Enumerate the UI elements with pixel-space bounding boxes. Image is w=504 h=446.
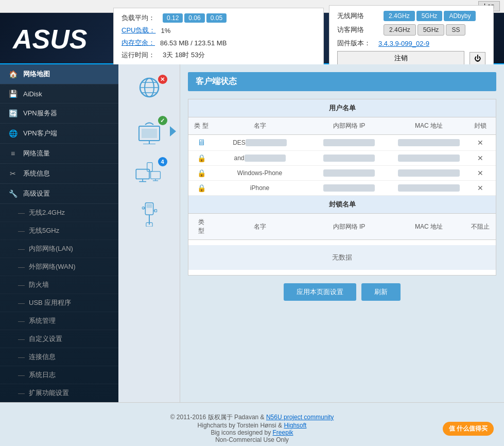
memory-value: 86.53 MB / 123.51 MB — [160, 39, 227, 47]
row3-name: Windows-Phone — [212, 169, 308, 177]
aidisk-icon: 💾 — [8, 90, 18, 98]
dash-icon: — — [18, 299, 25, 307]
row1-name: DES — [212, 139, 308, 146]
row3-block-btn[interactable]: ✕ — [467, 169, 493, 177]
table-row: 🔒 Windows-Phone ✕ — [188, 166, 496, 181]
firmware-value[interactable]: 3.4.3.9-099_02-9 — [378, 40, 429, 47]
load-avg-row: 负载平均： 0.12 0.06 0.05 — [121, 13, 316, 23]
monitor-icon: 🖥 — [197, 138, 205, 147]
row1-type: 🖥 — [191, 138, 212, 147]
row2-block-btn[interactable]: ✕ — [467, 154, 493, 162]
sidebar-sub-firewall[interactable]: — 防火墙 — [0, 276, 118, 294]
icon-panel: ✕ ✓ — [118, 64, 180, 402]
row3-ip-blurred — [323, 169, 375, 177]
sidebar-sub-sysmgmt[interactable]: — 系统管理 — [0, 312, 118, 330]
row4-mac-blurred — [398, 184, 460, 192]
wireless-icon-item[interactable]: ✓ — [129, 116, 170, 147]
memory-label[interactable]: 内存空余： — [121, 38, 155, 47]
sidebar-item-advanced[interactable]: 🔧 高级设置 — [0, 184, 118, 204]
freepik-link[interactable]: Freepik — [273, 429, 293, 436]
svg-point-17 — [149, 169, 150, 170]
col-name-header2: 名字 — [212, 222, 308, 231]
guest-24ghz-btn[interactable]: 2.4GHz — [384, 24, 416, 36]
footer-buttons: 应用本页面设置 刷新 — [188, 276, 496, 308]
sidebar-sub-lan[interactable]: — 内部网络(LAN) — [0, 240, 118, 258]
sidebar-sub-wireless24[interactable]: — 无线2.4GHz — [0, 204, 118, 222]
bottom-footer: © 2011-2016 版权属于 Padavan & N56U project … — [0, 402, 504, 446]
wireless-adbyby-btn[interactable]: ADbyby — [444, 11, 476, 21]
sidebar-vpn-client-label: VPN客户端 — [23, 129, 57, 138]
user-list-header: 用户名单 — [188, 99, 496, 117]
row4-ip — [308, 184, 390, 192]
sub-lan-label: 内部网络(LAN) — [29, 244, 73, 253]
sidebar-advanced-label: 高级设置 — [23, 189, 50, 198]
sidebar-item-home[interactable]: 🏠 网络地图 — [0, 64, 118, 84]
internet-icon-item[interactable]: ✕ — [129, 75, 170, 106]
firmware-row: 固件版本： 3.4.3.9-099_02-9 — [337, 39, 485, 48]
sidebar-sub-wan[interactable]: — 外部网络(WAN) — [0, 258, 118, 276]
sub-wireless5-label: 无线5GHz — [29, 226, 59, 235]
wireless-badge: ✓ — [158, 116, 167, 125]
cancel-button[interactable]: 注销 — [337, 51, 464, 65]
highsoft-link[interactable]: Highsoft — [284, 422, 306, 429]
advanced-icon: 🔧 — [8, 190, 18, 198]
sidebar-item-traffic[interactable]: ≡ 网络流量 — [0, 144, 118, 164]
n56u-link[interactable]: N56U project community — [266, 414, 334, 421]
row1-block-btn[interactable]: ✕ — [467, 139, 493, 147]
devices-icon-item[interactable]: 4 — [129, 157, 170, 188]
sub-wireless24-label: 无线2.4GHz — [29, 208, 65, 217]
no-data: 无数据 — [188, 245, 496, 270]
row2-type: 🔒 — [191, 154, 212, 162]
sysinfo-icon: ✂ — [8, 169, 18, 178]
stats-left: 负载平均： 0.12 0.06 0.05 CPU负载： 1% 内存空余： 86.… — [113, 8, 324, 68]
row3-type: 🔒 — [191, 169, 212, 177]
sidebar-sub-custom[interactable]: — 自定义设置 — [0, 330, 118, 348]
row4-mac — [390, 184, 467, 192]
usb-icon-item[interactable] — [129, 198, 170, 229]
wireless-5ghz-btn[interactable]: 5GHz — [416, 11, 443, 21]
sub-custom-label: 自定义设置 — [29, 334, 62, 344]
refresh-button[interactable]: 刷新 — [361, 283, 401, 301]
sidebar-sub-wireless5[interactable]: — 无线5GHz — [0, 222, 118, 240]
watermark: 值 什么值得买 — [443, 422, 494, 436]
apply-button[interactable]: 应用本页面设置 — [284, 283, 356, 301]
devices-badge: 4 — [158, 157, 167, 166]
sidebar-item-sysinfo[interactable]: ✂ 系统信息 — [0, 164, 118, 184]
sidebar-sub-extend[interactable]: — 扩展功能设置 — [0, 384, 118, 402]
row4-block-btn[interactable]: ✕ — [467, 184, 493, 192]
wireless-24ghz-btn[interactable]: 2.4GHz — [384, 11, 415, 21]
sidebar-sub-usb[interactable]: — USB 应用程序 — [0, 294, 118, 312]
sidebar-item-vpn-server[interactable]: 🔄 VPN服务器 — [0, 104, 118, 124]
sidebar-sub-syslog[interactable]: — 系统日志 — [0, 366, 118, 384]
sidebar-item-aidisk[interactable]: 💾 AiDisk — [0, 84, 118, 104]
load-avg-label: 负载平均： — [121, 13, 163, 23]
footer-line4: Non-Commercial Use Only — [10, 436, 494, 443]
highcharts-text: Highcharts by Torstein Hønsi & — [198, 422, 283, 429]
load-badge-2: 0.06 — [184, 13, 204, 23]
cpu-label[interactable]: CPU负载： — [121, 26, 155, 35]
vpn-server-icon: 🔄 — [8, 109, 18, 117]
dash-icon: — — [18, 317, 25, 325]
copyright-text: © 2011-2016 版权属于 Padavan & — [170, 414, 265, 421]
uptime-row: 运行时间： 3天 18时 53分 — [121, 50, 316, 60]
row2-ip — [308, 155, 390, 162]
sub-conninfo-label: 连接信息 — [29, 352, 56, 362]
dash-icon: — — [18, 263, 25, 271]
row4-ip-blurred — [323, 184, 375, 192]
power-button[interactable]: ⏻ — [470, 52, 485, 65]
col-type-header: 类 型 — [191, 122, 212, 130]
guest-row: 访客网络 2.4GHz 5GHz SS — [337, 24, 485, 36]
sub-wan-label: 外部网络(WAN) — [29, 262, 76, 271]
row4-name: iPhone — [212, 184, 308, 192]
load-badge-1: 0.12 — [163, 13, 183, 23]
sidebar-sub-conninfo[interactable]: — 连接信息 — [0, 348, 118, 366]
guest-5ghz-btn[interactable]: 5GHz — [418, 24, 445, 36]
sidebar-item-vpn-client[interactable]: 🌐 VPN客户端 — [0, 124, 118, 144]
usb-icon — [134, 201, 165, 227]
guest-ss-btn[interactable]: SS — [446, 24, 465, 36]
row2-mac-blurred — [398, 155, 460, 162]
home-icon: 🏠 — [8, 70, 18, 78]
dash-icon: — — [18, 245, 25, 253]
table-header-blocked: 类型 名字 内部网络 IP MAC 地址 不阻止 — [188, 214, 496, 240]
table-header-user: 类 型 名字 内部网络 IP MAC 地址 封锁 — [188, 117, 496, 135]
